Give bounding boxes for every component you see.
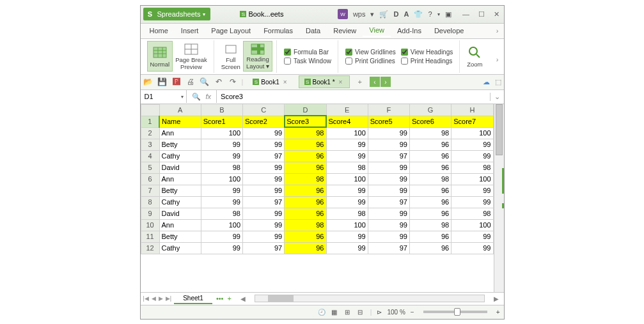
row-header-5[interactable]: 5 (141, 162, 159, 173)
add-sheet-icon[interactable]: + (227, 295, 231, 302)
cell[interactable]: 99 (368, 139, 409, 150)
sheet-tab-1[interactable]: Sheet1 (174, 293, 212, 304)
cell[interactable]: Betty (159, 139, 201, 150)
cell[interactable]: 99 (201, 150, 242, 162)
cell[interactable]: 99 (368, 162, 409, 173)
row-header-11[interactable]: 11 (141, 231, 159, 242)
full-screen-button[interactable]: Full Screen (219, 41, 243, 72)
cell[interactable]: 96 (410, 196, 452, 208)
vertical-scrollbar[interactable] (494, 104, 504, 292)
cell[interactable]: 98 (201, 162, 242, 173)
pdf-icon[interactable]: 🅿 (171, 77, 182, 87)
cell[interactable]: 100 (201, 219, 242, 231)
cell[interactable]: Score5 (368, 116, 409, 127)
tab-next-button[interactable]: › (381, 77, 391, 87)
zoom-in-button[interactable]: + (496, 309, 500, 316)
menu-item-data[interactable]: Data (299, 24, 327, 37)
cell[interactable]: 98 (410, 219, 452, 231)
page-break-preview-button[interactable]: Page Break Preview (173, 41, 210, 72)
app-menu-button[interactable]: S Spreadsheets ▾ (143, 8, 211, 20)
reading-view-icon[interactable]: ⊟ (355, 307, 365, 317)
zoom-out-button[interactable]: − (411, 309, 414, 316)
cell[interactable]: 99 (243, 231, 285, 242)
checkbox-task-window[interactable]: Task Window (284, 58, 331, 65)
scroll-right-icon[interactable]: ▶ (494, 295, 499, 302)
minimize-button[interactable]: — (462, 10, 471, 19)
cell[interactable]: 100 (452, 173, 493, 185)
cell[interactable]: 98 (452, 208, 493, 219)
cell[interactable]: 99 (326, 185, 368, 196)
menu-item-home[interactable]: Home (143, 24, 175, 37)
first-sheet-icon[interactable]: |◀ (143, 295, 149, 302)
cell[interactable]: 100 (326, 219, 368, 231)
checkbox-view-gridlines[interactable]: View Gridlines (345, 49, 396, 56)
cell[interactable]: 96 (410, 208, 452, 219)
row-header-4[interactable]: 4 (141, 150, 159, 162)
cell[interactable]: 99 (326, 231, 368, 242)
expand-formula-bar-icon[interactable]: ⌄ (490, 93, 504, 101)
cell[interactable]: Score6 (410, 116, 452, 127)
cell[interactable]: 97 (243, 150, 285, 162)
cell[interactable]: 96 (410, 242, 452, 254)
cell[interactable]: 98 (326, 208, 368, 219)
select-all-corner[interactable] (141, 104, 159, 116)
cell[interactable]: Ann (159, 219, 201, 231)
zoom-slider[interactable] (423, 311, 487, 313)
row-header-9[interactable]: 9 (141, 208, 159, 219)
cell[interactable]: 99 (452, 185, 493, 196)
prev-sheet-icon[interactable]: ◀ (152, 295, 156, 302)
cell[interactable]: 99 (452, 150, 493, 162)
menu-item-add-ins[interactable]: Add-Ins (391, 24, 428, 37)
column-header-a[interactable]: A (159, 104, 201, 116)
menu-item-develope[interactable]: Develope (428, 24, 470, 37)
normal-view-button[interactable]: Normal (147, 41, 173, 72)
cell[interactable]: 96 (285, 208, 326, 219)
cell[interactable]: 99 (201, 196, 242, 208)
close-tab-icon[interactable]: × (281, 79, 289, 86)
cell[interactable]: 99 (368, 127, 409, 139)
menu-item-view[interactable]: View (363, 24, 391, 38)
cell[interactable]: David (159, 162, 201, 173)
cell[interactable]: 100 (326, 173, 368, 185)
ribbon-overflow-icon[interactable]: › (494, 56, 501, 63)
cell[interactable]: 99 (452, 231, 493, 242)
menu-overflow-icon[interactable]: › (494, 27, 501, 35)
next-sheet-icon[interactable]: ▶ (159, 295, 163, 302)
open-icon[interactable]: 📂 (143, 77, 153, 87)
cell[interactable]: 99 (452, 196, 493, 208)
cell[interactable]: 98 (285, 127, 326, 139)
bold-d-icon[interactable]: D (393, 10, 398, 18)
cell[interactable]: 96 (285, 196, 326, 208)
cell[interactable]: 99 (243, 208, 285, 219)
cell[interactable]: 97 (368, 196, 409, 208)
zoom-out-caret-icon[interactable]: ⊳ (377, 309, 382, 316)
cell[interactable]: 99 (368, 208, 409, 219)
horizontal-scrollbar[interactable]: ◀ ▶ (235, 295, 504, 302)
cell[interactable]: 99 (243, 185, 285, 196)
cell[interactable]: Betty (159, 185, 201, 196)
row-header-8[interactable]: 8 (141, 196, 159, 208)
row-header-7[interactable]: 7 (141, 185, 159, 196)
cell[interactable]: Ann (159, 173, 201, 185)
add-tab-icon[interactable]: + (354, 78, 365, 86)
cell[interactable]: 98 (410, 173, 452, 185)
cell[interactable]: 99 (368, 219, 409, 231)
formula-input[interactable]: Score3 (217, 93, 489, 100)
column-header-d[interactable]: D (285, 104, 326, 116)
cell[interactable]: 97 (368, 242, 409, 254)
page-break-view-icon[interactable]: ⊞ (342, 307, 352, 317)
cell[interactable]: 96 (410, 139, 452, 150)
cell[interactable]: 99 (326, 139, 368, 150)
cell[interactable]: 96 (410, 162, 452, 173)
chevron-down-icon[interactable]: ▾ (370, 10, 374, 19)
cell[interactable]: 100 (452, 219, 493, 231)
cell[interactable]: 99 (326, 150, 368, 162)
cell[interactable]: 99 (368, 185, 409, 196)
cell[interactable]: 99 (201, 242, 242, 254)
cell[interactable]: 99 (368, 173, 409, 185)
cell[interactable]: 97 (243, 242, 285, 254)
last-sheet-icon[interactable]: ▶| (166, 295, 171, 302)
menu-item-page-layout[interactable]: Page Layout (205, 24, 257, 37)
cell[interactable]: 98 (201, 208, 242, 219)
cell[interactable]: Score3 (285, 116, 326, 127)
